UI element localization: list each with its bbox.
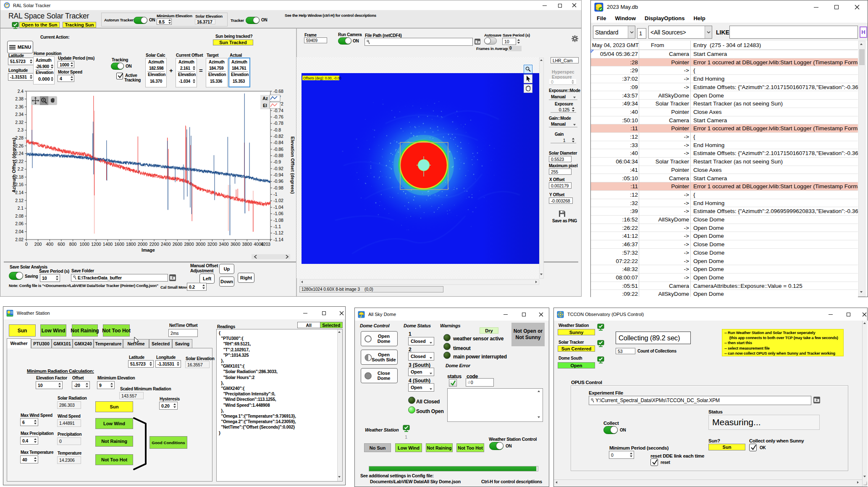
svg-text:2.08: 2.08 [15, 214, 24, 218]
svg-text:-1.12: -1.12 [273, 230, 283, 235]
svg-text:2.02: 2.02 [15, 237, 24, 242]
svg-text:-1.06: -1.06 [273, 211, 283, 216]
svg-text:2.04: 2.04 [15, 229, 24, 234]
svg-text:-0.98: -0.98 [273, 185, 283, 190]
svg-text:-0.94: -0.94 [273, 172, 283, 177]
svg-text:1800: 1800 [126, 242, 136, 247]
svg-text:2.2: 2.2 [18, 167, 24, 171]
svg-text:600: 600 [58, 242, 65, 247]
svg-text:2.18: 2.18 [15, 175, 24, 179]
svg-text:-1.08: -1.08 [273, 218, 283, 223]
svg-text:2400: 2400 [161, 242, 171, 247]
svg-text:2.16: 2.16 [15, 182, 24, 187]
svg-text:2200: 2200 [149, 242, 159, 247]
svg-text:3200: 3200 [207, 242, 218, 247]
svg-text:2.32: 2.32 [15, 120, 24, 125]
svg-text:2.3: 2.3 [18, 128, 24, 132]
svg-text:Image: Image [142, 247, 155, 253]
svg-text:200: 200 [34, 242, 42, 247]
svg-text:2.14: 2.14 [15, 190, 24, 195]
svg-text:2.12: 2.12 [15, 198, 24, 203]
svg-text:-1.1: -1.1 [273, 224, 281, 229]
svg-text:-1.02: -1.02 [273, 198, 283, 203]
svg-text:1600: 1600 [115, 242, 125, 247]
svg-text:-0.88: -0.88 [273, 153, 283, 158]
svg-text:2.4: 2.4 [18, 89, 24, 94]
svg-text:-1.14: -1.14 [273, 237, 283, 242]
svg-text:800: 800 [69, 242, 77, 247]
svg-text:1000: 1000 [80, 242, 90, 247]
svg-text:2.22: 2.22 [15, 159, 24, 164]
svg-text:2.36: 2.36 [15, 105, 24, 109]
svg-text:2600: 2600 [173, 242, 183, 247]
svg-text:2000: 2000 [138, 242, 148, 247]
svg-text:-0.68: -0.68 [273, 89, 283, 94]
svg-text:Azimuth Offset (degrees): Azimuth Offset (degrees) [11, 137, 16, 192]
svg-text:-1.04: -1.04 [273, 205, 283, 210]
svg-text:Elevation Offset (degrees): Elevation Offset (degrees) [290, 137, 295, 194]
svg-text:-0.9: -0.9 [273, 159, 281, 164]
svg-text:-0.78: -0.78 [273, 121, 283, 126]
svg-text:1200: 1200 [91, 242, 101, 247]
svg-text:2.24: 2.24 [15, 151, 24, 156]
svg-text:3800: 3800 [242, 242, 252, 247]
svg-text:2800: 2800 [184, 242, 194, 247]
svg-text:3400: 3400 [219, 242, 229, 247]
svg-text:2.34: 2.34 [15, 112, 24, 117]
svg-text:0: 0 [25, 242, 28, 247]
svg-text:-0.92: -0.92 [273, 166, 283, 171]
svg-text:-0.84: -0.84 [273, 140, 283, 145]
svg-text:-1: -1 [273, 192, 277, 197]
svg-text:Az: Az [262, 96, 268, 101]
svg-text:-0.76: -0.76 [273, 114, 283, 119]
svg-text:-0.86: -0.86 [273, 147, 283, 152]
svg-text:-0.8: -0.8 [273, 127, 281, 132]
svg-text:1400: 1400 [103, 242, 113, 247]
svg-text:-0.96: -0.96 [273, 179, 283, 184]
svg-text:2.26: 2.26 [15, 144, 24, 148]
svg-text:-0.82: -0.82 [273, 134, 283, 139]
svg-text:2.06: 2.06 [15, 221, 24, 226]
svg-text:2.28: 2.28 [15, 136, 24, 140]
svg-text:2.1: 2.1 [18, 206, 24, 211]
svg-text:3000: 3000 [196, 242, 206, 247]
svg-text:400: 400 [46, 242, 54, 247]
svg-text:4203: 4203 [261, 242, 270, 247]
svg-text:Offsets (deg): 0.00, -0.00: Offsets (deg): 0.00, -0.00 [303, 76, 341, 80]
svg-text:3600: 3600 [231, 242, 241, 247]
svg-text:El: El [263, 103, 267, 108]
svg-text:2.38: 2.38 [15, 97, 24, 101]
